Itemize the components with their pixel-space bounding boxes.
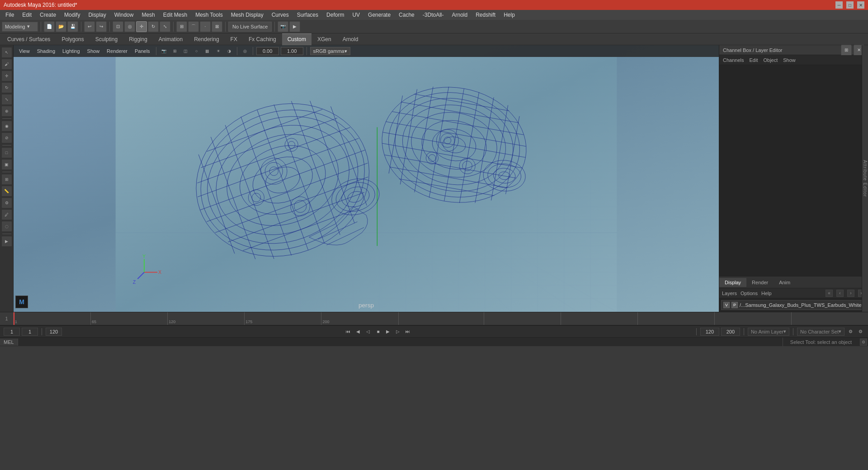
soft-select-tool[interactable]: ◉ — [1, 121, 12, 132]
live-surface-button[interactable]: No Live Surface — [228, 22, 272, 32]
menu-generate[interactable]: Generate — [364, 11, 394, 19]
tab-arnold[interactable]: Arnold — [337, 33, 364, 45]
mel-command-input[interactable] — [18, 339, 783, 345]
options-option[interactable]: Options — [741, 291, 758, 296]
tab-animation[interactable]: Animation — [153, 33, 188, 45]
menu-curves[interactable]: Curves — [268, 11, 292, 19]
tab-xgen[interactable]: XGen — [312, 33, 337, 45]
stop-button[interactable]: ■ — [374, 328, 382, 336]
tab-fx-caching[interactable]: Fx Caching — [243, 33, 282, 45]
menu-file[interactable]: File — [2, 11, 18, 19]
paint-select-tool[interactable]: 🖌 — [1, 59, 12, 70]
snap-tool-lt[interactable]: ⊞ — [1, 174, 12, 185]
help-option[interactable]: Help — [761, 291, 772, 296]
range-end-input[interactable] — [721, 328, 740, 336]
vp-light-btn[interactable]: ☀ — [214, 47, 223, 56]
rotate-tool-button[interactable]: ↻ — [148, 21, 159, 32]
select-tool-button[interactable]: ⊡ — [113, 21, 123, 32]
go-start-button[interactable]: ⏮ — [344, 328, 352, 336]
view-menu[interactable]: View — [16, 47, 33, 55]
move-tool-button[interactable]: ✛ — [136, 21, 147, 32]
tab-edit[interactable]: Edit — [749, 57, 758, 63]
menu-uv[interactable]: UV — [349, 11, 363, 19]
panels-menu[interactable]: Panels — [132, 47, 153, 55]
renderer-menu[interactable]: Renderer — [104, 47, 130, 55]
scroll-first-btn[interactable]: « — [826, 290, 833, 297]
prev-frame-button[interactable]: ◀ — [354, 328, 362, 336]
scale-tool-button[interactable]: ⤡ — [160, 21, 170, 32]
save-file-button[interactable]: 💾 — [67, 21, 78, 32]
scale-tool-lt[interactable]: ⤡ — [1, 94, 12, 105]
menu-display[interactable]: Display — [85, 11, 109, 19]
timeline[interactable]: 1 1 65 120 175 200 — [0, 312, 868, 325]
channel-box-expand-btn[interactable]: ⊞ — [841, 45, 852, 56]
move-tool-lt[interactable]: ✛ — [1, 70, 12, 81]
scroll-next-btn[interactable]: › — [847, 290, 854, 297]
menu-surfaces[interactable]: Surfaces — [293, 11, 322, 19]
gamma-display[interactable]: sRGB gamma ▾ — [310, 47, 350, 55]
vp-camera-btn[interactable]: 📷 — [160, 47, 169, 56]
tab-sculpting[interactable]: Sculpting — [90, 33, 123, 45]
next-frame-button[interactable]: ▷ — [394, 328, 402, 336]
character-set-dropdown[interactable]: No Character Set ▾ — [797, 328, 844, 336]
vp-texture-btn[interactable]: ▦ — [203, 47, 212, 56]
show-manipulator[interactable]: ⊘ — [1, 132, 12, 143]
menu-arnold[interactable]: Arnold — [448, 11, 471, 19]
minimize-button[interactable]: ─ — [835, 1, 843, 9]
custom-tool-2[interactable]: ▣ — [1, 159, 12, 170]
frame-start-input[interactable] — [4, 328, 20, 336]
play-back-button[interactable]: ◁ — [364, 328, 372, 336]
mode-dropdown[interactable]: Modeling ▾ — [2, 22, 38, 32]
menu-mesh-tools[interactable]: Mesh Tools — [192, 11, 226, 19]
tab-fx[interactable]: FX — [225, 33, 243, 45]
close-button[interactable]: ✕ — [857, 1, 864, 9]
shading-menu[interactable]: Shading — [34, 47, 58, 55]
anim-layer-dropdown[interactable]: No Anim Layer ▾ — [748, 328, 789, 336]
layer-visibility-check[interactable]: V — [723, 302, 730, 308]
undo-button[interactable]: ↩ — [84, 21, 95, 32]
mel-options-btn[interactable]: ⚙ — [860, 338, 867, 346]
attribute-editor-strip[interactable]: Attribute Editor — [862, 45, 868, 312]
mel-tab[interactable]: MEL — [0, 338, 18, 346]
tab-anim[interactable]: Anim — [774, 278, 796, 287]
timeline-ruler[interactable]: 1 65 120 175 200 — [14, 312, 868, 325]
universal-manip[interactable]: ⊕ — [1, 106, 12, 117]
snap-grid-button[interactable]: ⊞ — [176, 21, 187, 32]
tab-show[interactable]: Show — [783, 57, 796, 63]
paint-tool[interactable]: 🖊 — [1, 209, 12, 220]
tab-render[interactable]: Render — [746, 278, 774, 287]
show-menu[interactable]: Show — [85, 47, 103, 55]
layers-option[interactable]: Layers — [722, 291, 737, 296]
vp-wireframe-btn[interactable]: ◫ — [181, 47, 190, 56]
vp-value2-input[interactable] — [281, 47, 303, 55]
tab-rendering[interactable]: Rendering — [189, 33, 224, 45]
new-file-button[interactable]: 📄 — [44, 21, 55, 32]
snap-curve-button[interactable]: ⌒ — [188, 21, 199, 32]
menu-window[interactable]: Window — [111, 11, 137, 19]
menu-edit[interactable]: Edit — [19, 11, 35, 19]
render-button[interactable]: 📷 — [278, 21, 288, 32]
attribute-tool[interactable]: ⚙ — [1, 197, 12, 208]
anim-settings-btn[interactable]: ⚙ — [846, 328, 854, 336]
menu-3dto-all[interactable]: -3DtoAll- — [419, 11, 448, 19]
menu-modify[interactable]: Modify — [61, 11, 84, 19]
snap-view-button[interactable]: ⊠ — [212, 21, 222, 32]
maximize-button[interactable]: □ — [846, 1, 854, 9]
layer-playback-check[interactable]: P — [731, 302, 738, 308]
menu-cache[interactable]: Cache — [395, 11, 418, 19]
tab-curves-surfaces[interactable]: Curves / Surfaces — [2, 33, 56, 45]
measure-tool[interactable]: 📏 — [1, 186, 12, 197]
menu-deform[interactable]: Deform — [323, 11, 348, 19]
current-frame-input[interactable] — [22, 328, 38, 336]
vp-smooth-btn[interactable]: ○ — [192, 47, 201, 56]
menu-mesh[interactable]: Mesh — [138, 11, 158, 19]
viewport[interactable]: View Shading Lighting Show Renderer Pane… — [14, 45, 719, 312]
menu-redshift[interactable]: Redshift — [472, 11, 499, 19]
menu-edit-mesh[interactable]: Edit Mesh — [160, 11, 191, 19]
vp-isolate-btn[interactable]: ◎ — [241, 47, 250, 56]
tab-display[interactable]: Display — [719, 278, 746, 287]
scene-viewport[interactable]: persp X Y Z — [14, 57, 719, 312]
layer-item[interactable]: V P /...Samsung_Galaxy_Buds_Plus_TWS_Ear… — [721, 300, 866, 310]
rotate-tool-lt[interactable]: ↻ — [1, 82, 12, 93]
menu-mesh-display[interactable]: Mesh Display — [227, 11, 267, 19]
